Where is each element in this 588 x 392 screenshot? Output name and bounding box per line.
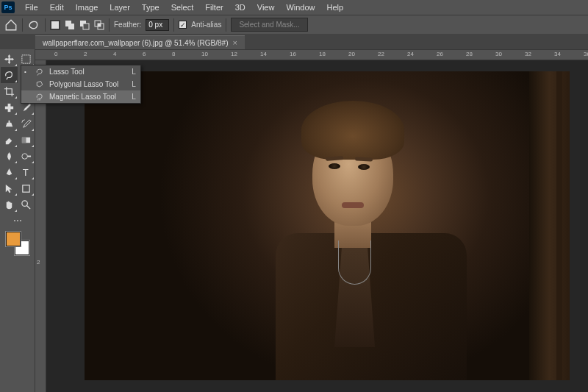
ruler-tick-label: 34	[554, 51, 561, 57]
magnetic-lasso-icon	[35, 93, 45, 101]
menu-filter[interactable]: Filter	[199, 1, 229, 13]
svg-point-17	[21, 200, 27, 206]
home-icon[interactable]	[4, 18, 18, 32]
flyout-shortcut: L	[132, 68, 136, 76]
clone-stamp-tool[interactable]	[1, 115, 18, 132]
feather-label: Feather:	[114, 21, 141, 29]
edit-toolbar-icon[interactable]: ⋯	[1, 213, 35, 229]
pen-tool[interactable]	[1, 164, 18, 180]
lasso-icon	[35, 68, 45, 76]
flyout-label: Lasso Tool	[49, 68, 118, 76]
svg-rect-13	[21, 137, 26, 143]
ruler-tick-label: 2	[37, 259, 40, 266]
selection-intersect-icon[interactable]	[94, 20, 104, 30]
ruler-tick-label: 12	[231, 51, 237, 57]
ruler-tick-label: 18	[319, 51, 326, 57]
selection-add-icon[interactable]	[65, 20, 75, 30]
document-tab-bar: wallpaperflare.com_wallpaper (6).jpg @ 5…	[0, 34, 588, 49]
polygonal-lasso-icon	[35, 80, 45, 89]
menu-edit[interactable]: Edit	[44, 1, 70, 13]
ruler-tick-label: 22	[378, 51, 384, 57]
svg-text:T: T	[22, 167, 28, 178]
zoom-tool[interactable]	[18, 196, 35, 213]
type-tool[interactable]: T	[18, 164, 35, 180]
hand-tool[interactable]	[1, 196, 18, 213]
current-tool-icon[interactable]	[27, 18, 40, 32]
ruler-tick-label: 14	[260, 51, 267, 57]
menu-3d[interactable]: 3D	[229, 1, 251, 13]
blur-tool[interactable]	[1, 148, 18, 164]
ruler-tick-label: 30	[495, 51, 502, 57]
selection-subtract-icon[interactable]	[79, 20, 90, 30]
ruler-tick-label: 4	[113, 51, 116, 57]
canvas-area[interactable]	[46, 60, 588, 392]
menu-layer[interactable]: Layer	[104, 1, 136, 13]
flyout-item-lasso[interactable]: • Lasso Tool L	[21, 65, 140, 78]
svg-rect-16	[22, 185, 29, 191]
document-tab[interactable]: wallpaperflare.com_wallpaper (6).jpg @ 5…	[35, 35, 245, 49]
canvas-image[interactable]	[85, 71, 570, 380]
flyout-shortcut: L	[132, 80, 136, 88]
ruler-tick-label: 6	[143, 51, 146, 57]
color-swatches[interactable]	[6, 232, 29, 255]
menu-image[interactable]: Image	[70, 1, 104, 13]
image-figure	[261, 93, 481, 380]
select-and-mask-button[interactable]: Select and Mask...	[231, 18, 307, 32]
svg-rect-7	[98, 24, 101, 26]
svg-rect-0	[51, 21, 59, 29]
healing-tool[interactable]	[1, 99, 18, 115]
menu-view[interactable]: View	[251, 1, 281, 13]
flyout-item-magnetic-lasso[interactable]: Magnetic Lasso Tool L	[21, 90, 140, 103]
flyout-shortcut: L	[132, 93, 136, 101]
menu-type[interactable]: Type	[136, 1, 165, 13]
move-tool[interactable]	[1, 51, 18, 67]
ruler-tick-label: 0	[54, 51, 57, 57]
ruler-vertical[interactable]: 0 2	[35, 60, 46, 392]
menu-help[interactable]: Help	[321, 1, 350, 13]
flyout-active-dot-icon: •	[24, 68, 30, 75]
flyout-label: Polygonal Lasso Tool	[49, 80, 118, 88]
dodge-tool[interactable]	[18, 148, 35, 164]
history-brush-tool[interactable]	[18, 115, 35, 132]
flyout-label: Magnetic Lasso Tool	[49, 93, 118, 101]
svg-rect-2	[68, 24, 74, 29]
ruler-tick-label: 2	[84, 51, 87, 57]
ruler-tick-label: 32	[525, 51, 531, 57]
lasso-tool[interactable]	[1, 67, 18, 83]
ruler-tick-label: 28	[466, 51, 473, 57]
ps-logo-icon: Ps	[1, 1, 15, 13]
feather-input[interactable]	[146, 19, 169, 31]
antialias-checkbox[interactable]: ✓	[179, 21, 187, 29]
crop-tool[interactable]	[1, 83, 18, 99]
menu-select[interactable]: Select	[165, 1, 200, 13]
svg-point-14	[21, 153, 27, 159]
ruler-tick-label: 36	[584, 51, 588, 57]
ruler-horizontal[interactable]: 0 2 4 6 8 10 12 14 16 18 20 22 24 26 28 …	[35, 49, 588, 60]
document-tab-title: wallpaperflare.com_wallpaper (6).jpg @ 5…	[43, 39, 229, 47]
ruler-tick-label: 10	[201, 51, 208, 57]
close-tab-icon[interactable]: ×	[233, 38, 237, 47]
svg-rect-4	[83, 24, 89, 29]
ruler-tick-label: 24	[407, 51, 414, 57]
foreground-color-swatch[interactable]	[6, 232, 21, 246]
lasso-tool-flyout: • Lasso Tool L Polygonal Lasso Tool L Ma…	[21, 65, 141, 104]
ruler-tick-label: 8	[172, 51, 175, 57]
path-select-tool[interactable]	[1, 180, 18, 196]
shape-tool[interactable]	[18, 180, 35, 196]
antialias-label: Anti-alias	[191, 21, 221, 29]
selection-new-icon[interactable]	[50, 20, 60, 30]
eraser-tool[interactable]	[1, 132, 18, 148]
ruler-tick-label: 26	[437, 51, 443, 57]
options-bar: Feather: ✓ Anti-alias Select and Mask...	[0, 15, 588, 34]
svg-rect-11	[4, 106, 12, 109]
menu-window[interactable]: Window	[280, 1, 320, 13]
gradient-tool[interactable]	[18, 132, 35, 148]
svg-rect-8	[21, 54, 29, 63]
ruler-tick-label: 16	[290, 51, 296, 57]
flyout-item-polygonal-lasso[interactable]: Polygonal Lasso Tool L	[21, 78, 140, 90]
menu-bar: Ps File Edit Image Layer Type Select Fil…	[0, 0, 588, 15]
image-window-frame	[529, 71, 570, 380]
menu-file[interactable]: File	[19, 1, 44, 13]
ruler-tick-label: 20	[348, 51, 355, 57]
